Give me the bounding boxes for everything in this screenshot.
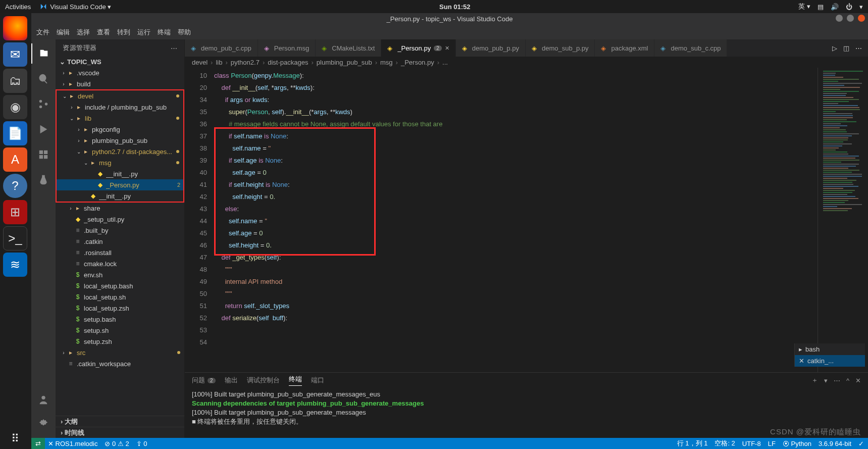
window-minimize-button[interactable]	[836, 15, 843, 22]
editor-more-icon[interactable]: ⋯	[855, 44, 862, 52]
breadcrumb-segment[interactable]: dist-packages	[268, 59, 308, 66]
editor-tab[interactable]: ◈_Person.py2✕	[381, 39, 455, 57]
editor-tab[interactable]: ◈package.xml	[595, 39, 654, 57]
tree-row[interactable]: $local_setup.zsh	[56, 303, 184, 314]
panel-close-icon[interactable]: ✕	[855, 377, 861, 384]
status-ports[interactable]: ⇪ 0	[136, 440, 147, 447]
tree-row[interactable]: ⌄▸python2.7 / dist-packages...	[57, 146, 183, 157]
activities-button[interactable]: Activities	[5, 3, 31, 11]
tree-row[interactable]: ⌄▸lib	[57, 113, 183, 124]
editor-tab[interactable]: ◈demo_pub_p.py	[456, 39, 526, 57]
editor-tab[interactable]: ◈demo_sub_c.cpp	[654, 39, 727, 57]
tree-row[interactable]: ◆_Person.py2	[57, 179, 183, 190]
tree-row[interactable]: ≡.catkin	[56, 236, 184, 247]
tree-row[interactable]: ≡.rosinstall	[56, 247, 184, 258]
breadcrumb[interactable]: devel›lib›python2.7›dist-packages›plumbi…	[185, 57, 868, 68]
workspace-header[interactable]: ⌄TOPIC_WS	[56, 57, 184, 67]
window-maximize-button[interactable]	[847, 15, 854, 22]
activity-scm[interactable]	[31, 94, 56, 114]
tree-row[interactable]: $setup.zsh	[56, 336, 184, 347]
tree-row[interactable]: ◆_setup_util.py	[56, 214, 184, 225]
panel-tab-problems[interactable]: 问题2	[192, 376, 216, 385]
window-close-button[interactable]	[858, 15, 865, 22]
sidebar-more-icon[interactable]: ⋯	[171, 44, 178, 52]
panel-tab-terminal[interactable]: 终端	[289, 375, 302, 386]
run-icon[interactable]: ▷	[832, 44, 837, 52]
network-icon[interactable]: ▤	[818, 3, 824, 11]
dock-show-apps[interactable]: ⠿	[5, 429, 25, 449]
editor-tab[interactable]: ◈demo_sub_p.py	[526, 39, 595, 57]
menu-file[interactable]: 文件	[36, 28, 49, 37]
tree-row[interactable]: ›▸plumbing_pub_sub	[57, 135, 183, 146]
tree-row[interactable]: ◆__init__.py	[57, 168, 183, 179]
minimap[interactable]	[818, 68, 868, 372]
tree-row[interactable]: ⌄▸msg	[57, 157, 183, 168]
editor-tab[interactable]: ◈demo_pub_c.cpp	[185, 39, 258, 57]
status-encoding[interactable]: UTF-8	[742, 440, 761, 447]
dock-app-red[interactable]: ⊞	[3, 200, 27, 224]
menu-go[interactable]: 转到	[117, 28, 130, 37]
panel-more-icon[interactable]: ⋯	[834, 377, 840, 384]
editor-tab[interactable]: ◈CMakeLists.txt	[316, 39, 381, 57]
activity-testing[interactable]	[31, 170, 56, 190]
timeline-section[interactable]: › 时间线	[56, 427, 184, 438]
tree-row[interactable]: $local_setup.bash	[56, 280, 184, 291]
tree-row[interactable]: ⌄▸devel	[57, 90, 183, 102]
tree-row[interactable]: ›▸share	[56, 203, 184, 214]
tree-row[interactable]: ◆__init__.py	[57, 190, 183, 202]
tree-row[interactable]: ›▸src	[56, 347, 184, 358]
tree-row[interactable]: ›▸include / plumbing_pub_sub	[57, 102, 183, 113]
code-editor[interactable]: class Person(genpy.Message): def __init_…	[214, 68, 818, 372]
system-menu-chevron-icon[interactable]: ▾	[859, 3, 863, 11]
tree-row[interactable]: ›▸build	[56, 78, 184, 89]
dock-writer[interactable]: 📄	[3, 121, 27, 145]
menu-run[interactable]: 运行	[137, 28, 150, 37]
editor-tab[interactable]: ◈Person.msg	[258, 39, 316, 57]
dock-vscode[interactable]: ≋	[3, 253, 27, 277]
panel-tab-output[interactable]: 输出	[225, 376, 238, 385]
panel-add-icon[interactable]: ＋	[811, 376, 818, 385]
terminal-list-item[interactable]: ▸bash	[795, 343, 865, 355]
tree-row[interactable]: ≡.built_by	[56, 225, 184, 236]
activity-debug[interactable]	[31, 119, 56, 139]
dock-software[interactable]: A	[3, 147, 27, 172]
menu-help[interactable]: 帮助	[178, 28, 191, 37]
status-remote[interactable]: ⇄	[31, 438, 45, 449]
terminal-output[interactable]: [100%] Built target plumbing_pub_sub_gen…	[185, 388, 868, 438]
breadcrumb-segment[interactable]: ...	[442, 59, 448, 66]
activity-extensions[interactable]	[31, 144, 56, 165]
power-icon[interactable]: ⏻	[846, 3, 852, 11]
status-python-version[interactable]: 3.6.9 64-bit	[819, 440, 851, 447]
breadcrumb-segment[interactable]: _Person.py	[401, 59, 434, 66]
panel-split-icon[interactable]: ▾	[824, 377, 828, 384]
panel-maximize-icon[interactable]: ^	[846, 377, 849, 384]
tree-row[interactable]: $local_setup.sh	[56, 291, 184, 303]
app-menu[interactable]: Visual Studio Code ▾	[40, 3, 111, 11]
dock-terminal[interactable]: >_	[3, 226, 27, 251]
terminal-list-item[interactable]: ✕catkin_...	[795, 355, 865, 367]
menu-selection[interactable]: 选择	[77, 28, 90, 37]
status-cursor-pos[interactable]: 行 1，列 1	[677, 439, 708, 448]
dock-help[interactable]: ?	[3, 174, 27, 198]
menu-terminal[interactable]: 终端	[158, 28, 171, 37]
tree-row[interactable]: ›▸pkgconfig	[57, 124, 183, 135]
status-language[interactable]: ⦿ Python	[783, 440, 811, 447]
tab-close-icon[interactable]: ✕	[445, 45, 449, 52]
status-problems[interactable]: ⊘ 0 ⚠ 2	[105, 440, 129, 447]
breadcrumb-segment[interactable]: devel	[192, 59, 208, 66]
activity-settings[interactable]	[31, 414, 56, 434]
menu-edit[interactable]: 编辑	[57, 28, 70, 37]
tree-row[interactable]: ≡.catkin_workspace	[56, 358, 184, 369]
clock[interactable]: Sun 01:52	[111, 3, 798, 11]
status-prettier-check[interactable]: ✓	[858, 440, 864, 447]
breadcrumb-segment[interactable]: lib	[216, 59, 222, 66]
status-ros[interactable]: ✕ ROS1.melodic	[48, 440, 97, 447]
activity-account[interactable]	[31, 389, 56, 410]
volume-icon[interactable]: 🔊	[831, 3, 839, 11]
status-indent[interactable]: 空格: 2	[714, 439, 735, 448]
panel-tab-debug[interactable]: 调试控制台	[247, 376, 280, 385]
menu-view[interactable]: 查看	[97, 28, 110, 37]
tree-row[interactable]: $setup.bash	[56, 314, 184, 325]
panel-tab-ports[interactable]: 端口	[311, 376, 324, 385]
tree-row[interactable]: $setup.sh	[56, 325, 184, 336]
